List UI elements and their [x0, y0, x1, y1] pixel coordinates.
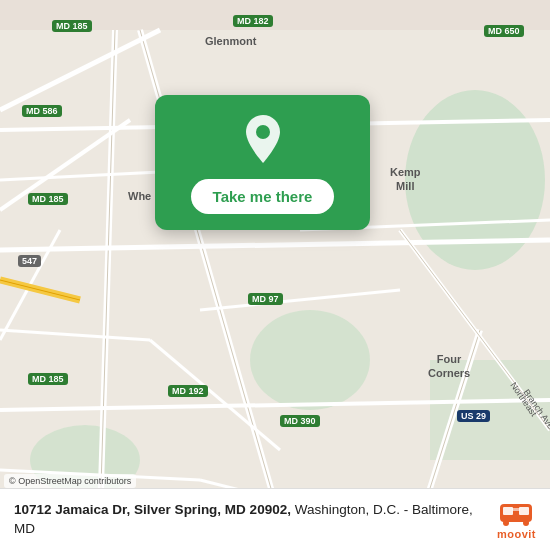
- address-display: 10712 Jamaica Dr, Silver Spring, MD 2090…: [14, 501, 487, 539]
- moovit-label: moovit: [497, 528, 536, 540]
- shield-md390: MD 390: [280, 415, 320, 427]
- label-glenmont: Glenmont: [205, 35, 256, 47]
- action-card: Take me there: [155, 95, 370, 230]
- svg-rect-37: [519, 507, 529, 515]
- svg-point-38: [503, 520, 509, 526]
- address-street: 10712 Jamaica Dr, Silver Spring, MD 2090…: [14, 502, 291, 517]
- shield-md650: MD 650: [484, 25, 524, 37]
- bottom-bar: 10712 Jamaica Dr, Silver Spring, MD 2090…: [0, 488, 550, 550]
- label-wheaton: Whe: [128, 190, 151, 202]
- label-kemp-mill: KempMill: [390, 165, 421, 194]
- shield-md185-bot: MD 185: [28, 373, 68, 385]
- location-pin-icon: [240, 113, 286, 165]
- moovit-logo: moovit: [497, 499, 536, 540]
- svg-point-39: [523, 520, 529, 526]
- shield-md192: MD 192: [168, 385, 208, 397]
- map-roads: Northeast Branch Ave: [0, 0, 550, 550]
- svg-rect-36: [503, 507, 513, 515]
- moovit-logo-icon: [498, 499, 534, 527]
- shield-md97: MD 97: [248, 293, 283, 305]
- shield-md586: MD 586: [22, 105, 62, 117]
- label-four-corners: FourCorners: [428, 352, 470, 381]
- map-attribution: © OpenStreetMap contributors: [4, 474, 136, 488]
- shield-md185-mid: MD 185: [28, 193, 68, 205]
- shield-547: 547: [18, 255, 41, 267]
- svg-point-34: [256, 125, 270, 139]
- shield-md185-top: MD 185: [52, 20, 92, 32]
- shield-us29: US 29: [457, 410, 490, 422]
- svg-rect-40: [512, 508, 520, 511]
- shield-md182: MD 182: [233, 15, 273, 27]
- take-me-there-button[interactable]: Take me there: [191, 179, 335, 214]
- svg-point-6: [250, 310, 370, 410]
- map-container: Northeast Branch Ave Glenmont KempMill F…: [0, 0, 550, 550]
